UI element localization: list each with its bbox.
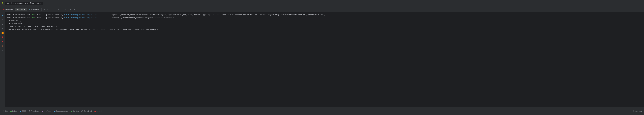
spring-label: Spring [73,110,79,112]
debug-label: Debug [12,110,17,112]
mute-breakpoints-icon[interactable]: ◉ [1,44,4,48]
tab-debugger[interactable]: 🐞 Debugger [1,8,15,11]
tab-actuator[interactable]: 🔧 Actuator [27,8,41,11]
breakpoint-icon[interactable]: ● [1,40,4,43]
status-problems[interactable]: ! Problems [27,110,40,113]
run-icon[interactable]: ▶ [1,13,4,17]
problems-label: Problems [31,110,39,112]
debugger-icon: 🐞 [2,8,5,10]
log-timestamp-2: 2021-12-08 16:31:19.990 [7,16,32,19]
tab-debugger-label: Debugger [5,8,13,10]
log-colon-1: : [98,13,110,16]
log-class-1: c.e.h.interceptor.RestTemplateLog [64,13,98,16]
todo-dot [20,111,21,112]
build-label: Build [96,110,102,112]
log-thread-2: [-nio-80-exec-10] [46,16,64,19]
log-pid-1: 6043 --- [36,13,46,16]
record-button[interactable]: ⏺ [73,8,77,11]
log-colon-2: : [98,16,110,19]
todo-label: TODO [22,110,26,112]
down-button[interactable]: ↓ [53,8,56,11]
step-out-icon[interactable]: ↥ [1,26,4,30]
status-terminal[interactable]: $_ Terminal [80,110,93,113]
up-button[interactable]: ↑ [50,8,53,11]
log-level-2: INFO [32,16,36,19]
close-tab-button[interactable]: × [40,2,41,4]
profiler-label: Profiler [44,110,52,112]
log-thread-1: [-nio-80-exec-10] [46,13,64,16]
main-area: ▶ ↷ ↧ ↥ ⏩ ⏹ ● ◉ ⚙ 2021-12-08 16:31:19.98… [0,12,644,107]
tab-actuator-label: Actuator [31,8,39,10]
console-icon: ▤ [16,8,18,10]
status-debug[interactable]: Debug [9,110,18,113]
event-log-button[interactable]: Event Log [631,110,643,113]
log-line-5: {"code":0,"msg":"Success","data":"Hello … [7,25,642,28]
dependencies-dot [54,111,56,112]
step-up-button[interactable]: ⬆ [57,8,60,11]
stop-button[interactable]: ⏹ [68,8,72,11]
status-profiler[interactable]: Profiler [40,110,53,113]
log-message-4: , httpCode=200} [7,22,22,25]
step-over-icon[interactable]: ↷ [1,18,4,21]
stop-icon[interactable]: ⏹ [1,35,4,39]
svg-point-0 [3,111,4,111]
log-line-4: , httpCode=200} [7,22,642,25]
status-git[interactable]: Git [1,110,9,113]
step-into-icon[interactable]: ↧ [1,22,4,26]
log-message-1: request: {headers=[Accept:"text/plain, a… [111,13,326,16]
undo-button[interactable]: ↩ [42,8,46,11]
svg-point-1 [3,112,4,112]
status-bar-right: Event Log [631,110,643,113]
svg-text:!: ! [29,111,30,112]
status-dependencies[interactable]: Dependencies [53,110,70,113]
tab-console[interactable]: ▤ Console [15,8,27,11]
left-gutter: ▶ ↷ ↧ ↥ ⏩ ⏹ ● ◉ ⚙ [0,12,5,107]
step-down-button[interactable]: ⬇ [60,8,64,11]
terminal-label: Terminal [84,110,92,112]
svg-text:$_: $_ [82,111,83,112]
debug-dot [10,111,12,112]
status-spring[interactable]: Spring [70,110,80,113]
title-tab[interactable]: HandlerInterceptorApplication × [5,2,43,5]
status-build[interactable]: Build [93,110,103,113]
console-output: 2021-12-08 16:31:19.985 INFO 6043 --- [-… [5,12,644,107]
spring-dot [71,111,72,112]
log-line-2: 2021-12-08 16:31:19.990 INFO 6043 --- [-… [7,16,642,19]
log-line-1: 2021-12-08 16:31:19.985 INFO 6043 --- [-… [7,13,642,16]
tab-console-label: Console [18,8,25,10]
debug-icon: 🐛 [2,2,4,5]
status-bar: Git Debug TODO ! Problems Profiler Depen… [0,107,644,115]
resume-icon[interactable]: ⏩ [1,31,4,35]
pause-button[interactable]: ⏸ [64,8,68,11]
build-dot [94,111,96,112]
problems-icon: ! [28,110,30,112]
actuator-icon: 🔧 [28,8,31,10]
git-label: Git [5,110,8,112]
title-tab-label: HandlerInterceptorApplication [7,2,39,4]
log-timestamp-1: 2021-12-08 16:31:19.985 [7,13,32,16]
log-class-2: c.e.h.interceptor.RestTemplateLog [64,16,98,19]
log-message-5: {"code":0,"msg":"Success","data":"Hello … [7,25,59,28]
settings-icon[interactable]: ⚙ [1,48,4,52]
log-line-3: Fisher3652"} [7,19,642,22]
redo-button[interactable]: ↪ [46,8,50,11]
toolbar: 🐞 Debugger ▤ Console 🔧 Actuator ↩ ↪ ↑ ↓ … [0,7,644,12]
log-line-6: [Content-Type:"application/json", Transf… [7,28,642,31]
log-pid-2: 6043 --- [36,16,46,19]
terminal-icon: $_ [82,110,83,112]
log-level-1: INFO [32,13,36,16]
dependencies-label: Dependencies [56,110,68,112]
log-message-6: [Content-Type:"application/json", Transf… [7,28,158,31]
title-bar: 🐛 HandlerInterceptorApplication × ⋮ [0,0,644,7]
git-icon [2,110,4,112]
menu-icon[interactable]: ⋮ [640,2,642,5]
profiler-dot [42,111,43,112]
status-todo[interactable]: TODO [18,110,27,113]
log-indent-3: Fisher3652"} [7,19,22,22]
log-message-2: response: {responseBody={"code":0,"msg":… [111,16,174,19]
